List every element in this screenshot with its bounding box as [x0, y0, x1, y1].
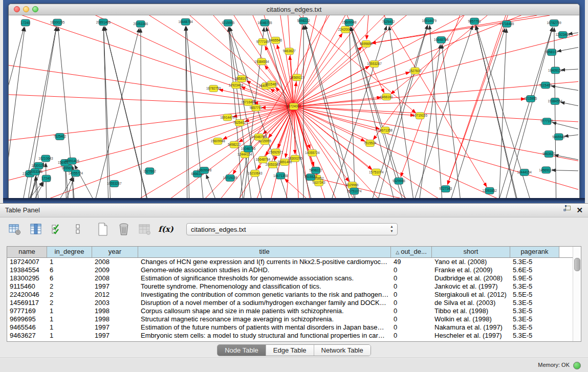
table-settings-icon[interactable] — [8, 223, 21, 236]
network-node[interactable]: 20053346 — [134, 20, 148, 27]
network-node[interactable]: 16409154 — [548, 67, 563, 74]
network-window-titlebar[interactable]: citations_edges.txt — [9, 4, 579, 15]
network-node[interactable]: 15692971 — [269, 149, 284, 156]
network-node[interactable]: 17240 — [21, 19, 30, 26]
create-table-icon[interactable] — [96, 223, 110, 236]
network-node[interactable]: 9777169 — [540, 118, 553, 125]
svg-text:14055724: 14055724 — [69, 171, 83, 175]
network-node[interactable]: 9329966 — [346, 182, 359, 188]
network-node[interactable]: 6466160 — [380, 94, 393, 100]
network-node[interactable]: 5498222 — [228, 141, 241, 148]
table-vertical-scrollbar[interactable] — [573, 247, 581, 341]
network-node[interactable]: 12923468 — [229, 82, 244, 89]
network-node[interactable]: 1527602 — [409, 68, 422, 74]
table-row[interactable]: 1872400712008Changes of HCN gene express… — [7, 258, 581, 266]
network-node[interactable]: 19384554 — [254, 58, 269, 65]
network-node[interactable]: 9777169 — [256, 38, 269, 45]
table-row[interactable]: 977716911998Corpus callosum shape and si… — [7, 307, 581, 315]
network-node[interactable]: 16648784 — [178, 18, 193, 25]
network-node[interactable]: 5498222 — [310, 167, 322, 174]
table-row[interactable]: 2242004622012Investigating the contribut… — [7, 291, 581, 299]
network-node[interactable]: 12444154 — [517, 169, 532, 176]
network-node[interactable]: 14671358 — [378, 127, 393, 134]
network-node[interactable]: 15609948 — [342, 19, 357, 26]
network-node[interactable]: 16782759 — [206, 85, 221, 92]
table-selector[interactable]: citations_edges.txt ▲▼ — [186, 223, 398, 235]
column-header-in_degree[interactable]: in_degree — [47, 247, 92, 257]
network-node[interactable]: 9857791 — [468, 18, 481, 25]
column-header-out_de[interactable]: △out_de... — [391, 247, 432, 257]
network-node[interactable]: 16210643 — [248, 170, 263, 177]
network-node[interactable]: 12093852 — [482, 187, 497, 194]
network-node[interactable]: 16210643 — [38, 155, 53, 162]
network-node[interactable]: 1527602 — [143, 168, 156, 174]
network-canvas[interactable]: 1830029520891406200533461664878482159551… — [9, 15, 578, 200]
network-node[interactable]: 14569117 — [539, 167, 553, 173]
float-panel-icon[interactable] — [563, 204, 571, 217]
network-node[interactable]: 16648784 — [256, 157, 271, 163]
network-node[interactable]: 9465546 — [552, 134, 565, 140]
row-view-icon[interactable] — [71, 223, 84, 236]
tab-node-table[interactable]: Node Table — [217, 345, 266, 356]
network-node[interactable]: 15716485 — [499, 20, 514, 27]
table-cell: 49 — [391, 258, 432, 266]
network-node[interactable]: 16046755 — [257, 19, 272, 26]
network-node[interactable]: 7625402 — [54, 134, 67, 140]
table-row[interactable]: 1830029562008Estimation of significance … — [7, 274, 581, 282]
table-row[interactable]: 969969511998Structural magnetic resonanc… — [7, 315, 581, 323]
network-node[interactable]: 17240 — [42, 175, 51, 182]
column-header-short[interactable]: short — [432, 247, 510, 257]
network-node[interactable]: 8215955 — [222, 19, 234, 26]
table-row[interactable]: 911546021997Tourette syndrome. Phenomeno… — [7, 282, 581, 291]
network-node[interactable]: 18300295 — [50, 19, 65, 26]
network-node[interactable]: 15751074 — [369, 169, 384, 176]
network-node[interactable]: 19384554 — [548, 98, 562, 105]
network-node[interactable]: 15751074 — [347, 188, 362, 194]
network-node[interactable]: 7515524 — [364, 140, 377, 147]
network-node[interactable]: 10719155 — [413, 113, 428, 119]
network-node[interactable]: 7625402 — [382, 18, 395, 25]
network-node[interactable]: 20891406 — [96, 19, 111, 26]
network-node[interactable]: 16648784 — [434, 37, 449, 43]
network-node[interactable]: 16782759 — [547, 19, 561, 26]
table-cell: 0 — [391, 299, 432, 307]
network-node[interactable]: 16914479 — [220, 114, 235, 121]
column-header-name[interactable]: name — [7, 247, 47, 257]
network-node[interactable]: 14055724 — [305, 149, 320, 156]
network-node[interactable]: 14055724 — [69, 170, 83, 177]
table-row[interactable]: 946362711997Embryonic stem cells: a mode… — [7, 332, 581, 340]
network-node[interactable]: 20053346 — [266, 161, 280, 168]
network-node[interactable]: 22420046 — [338, 26, 353, 33]
svg-text:17240: 17240 — [21, 21, 30, 25]
tab-network-table[interactable]: Network Table — [314, 345, 371, 356]
close-panel-icon[interactable]: ✕ — [576, 204, 583, 217]
table-row[interactable]: 1938455462009Genome-wide association stu… — [7, 266, 581, 274]
network-node[interactable]: 9329966 — [393, 178, 405, 184]
network-node[interactable]: 10553287 — [107, 180, 122, 187]
function-builder-icon[interactable]: f(x) — [159, 223, 172, 236]
network-node[interactable]: 9699695 — [360, 40, 373, 47]
delete-table-icon[interactable] — [117, 223, 130, 236]
network-node[interactable]: 9858107 — [235, 75, 248, 82]
show-columns-icon[interactable] — [29, 223, 42, 236]
network-node[interactable]: 15609948 — [210, 138, 225, 144]
table-row[interactable]: 946554611997Estimation of the future num… — [7, 323, 581, 332]
network-node[interactable]: 9858107 — [546, 49, 558, 56]
table-cell: 5.3E-5 — [510, 307, 559, 315]
select-visible-columns-icon[interactable] — [50, 223, 63, 236]
network-node[interactable]: 9465546 — [269, 37, 282, 43]
network-node[interactable]: 9463627 — [283, 48, 296, 55]
network-node[interactable]: 14671358 — [273, 172, 288, 179]
column-header-year[interactable]: year — [92, 247, 138, 257]
network-node[interactable]: 8215955 — [525, 96, 537, 102]
column-header-pagerank[interactable]: pagerank — [510, 247, 559, 257]
column-header-title[interactable]: title — [138, 247, 391, 257]
network-node[interactable]: 18300295 — [31, 162, 46, 169]
network-node[interactable]: 16914479 — [422, 17, 437, 24]
network-node[interactable]: 9115460 — [539, 82, 552, 89]
scrollbar-thumb[interactable] — [574, 258, 580, 271]
network-node[interactable]: 9463627 — [542, 151, 555, 158]
table-row[interactable]: 1456911722003Disruption of a novel membe… — [7, 299, 581, 307]
tab-edge-table[interactable]: Edge Table — [266, 345, 314, 356]
network-node[interactable]: 9227343 — [439, 186, 452, 192]
